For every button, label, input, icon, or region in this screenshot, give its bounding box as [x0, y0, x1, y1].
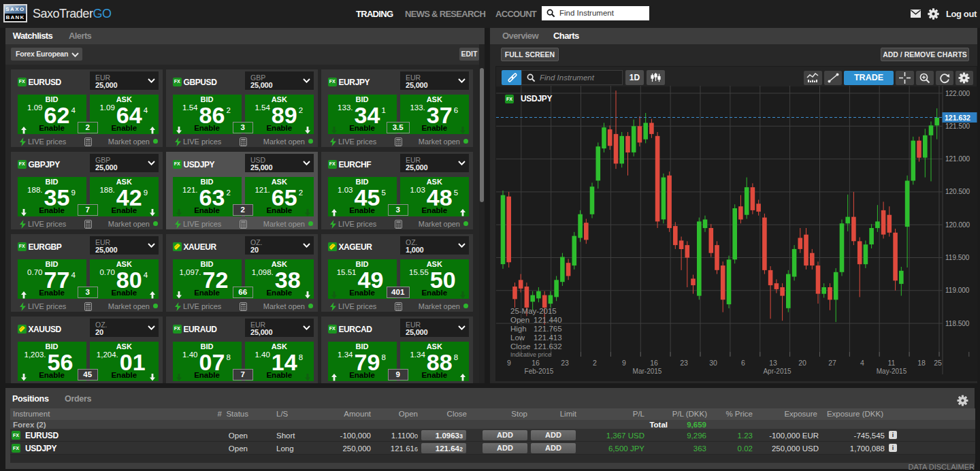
svg-text:11: 11	[888, 359, 896, 367]
svg-text:120.500: 120.500	[945, 188, 970, 195]
svg-text:119.500: 119.500	[945, 254, 970, 261]
svg-text:6: 6	[741, 359, 745, 367]
svg-text:121.500: 121.500	[945, 123, 970, 130]
svg-text:30: 30	[709, 359, 717, 367]
svg-text:9: 9	[622, 359, 626, 367]
svg-text:121.000: 121.000	[945, 155, 970, 163]
svg-text:Open: Open	[510, 316, 529, 324]
svg-text:Indicative price: Indicative price	[510, 351, 551, 358]
svg-text:122.000: 122.000	[945, 90, 970, 97]
svg-text:9: 9	[507, 359, 511, 367]
svg-text:27: 27	[828, 359, 836, 367]
svg-text:121.632: 121.632	[534, 342, 562, 351]
svg-text:Close: Close	[510, 342, 530, 351]
svg-text:Low: Low	[510, 334, 525, 342]
svg-text:16: 16	[650, 359, 658, 367]
svg-text:13: 13	[769, 359, 777, 367]
svg-text:2: 2	[593, 359, 597, 367]
svg-text:121.440: 121.440	[534, 316, 562, 324]
svg-text:Feb-2015: Feb-2015	[525, 368, 554, 375]
svg-text:23: 23	[561, 359, 569, 367]
svg-text:121.413: 121.413	[534, 334, 562, 342]
svg-text:18: 18	[917, 359, 926, 367]
svg-text:118.500: 118.500	[945, 320, 970, 327]
svg-text:May-2015: May-2015	[877, 368, 907, 375]
svg-text:121.632: 121.632	[945, 114, 970, 122]
svg-text:25: 25	[934, 359, 942, 367]
svg-text:121.765: 121.765	[534, 325, 562, 333]
svg-text:16: 16	[532, 359, 540, 367]
svg-text:High: High	[510, 325, 527, 333]
svg-text:4: 4	[860, 359, 864, 367]
svg-text:23: 23	[680, 359, 688, 367]
svg-text:119.000: 119.000	[945, 287, 970, 294]
svg-text:120.000: 120.000	[945, 221, 970, 229]
svg-text:25-May-2015: 25-May-2015	[510, 307, 557, 315]
svg-text:20: 20	[798, 359, 806, 367]
svg-text:Mar-2015: Mar-2015	[633, 368, 662, 375]
svg-text:Apr-2015: Apr-2015	[763, 368, 791, 375]
